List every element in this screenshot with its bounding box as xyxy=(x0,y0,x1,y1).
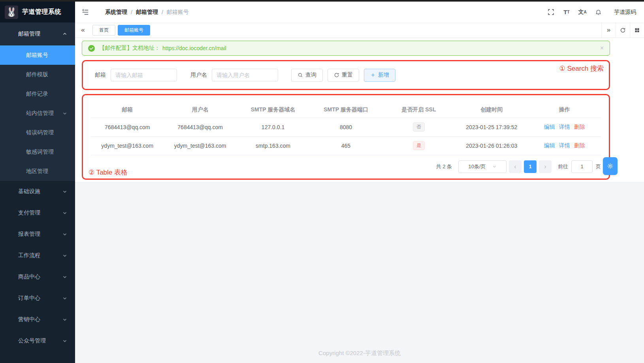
tag-view-bar: « 首页邮箱账号 » xyxy=(75,23,644,38)
chevron-down-icon xyxy=(62,111,67,116)
create-button[interactable]: 新增 xyxy=(364,69,395,82)
goto-label: 前往 xyxy=(558,163,568,170)
table-cell: 7684413@qq.com xyxy=(164,118,236,136)
reset-button[interactable]: 重置 xyxy=(328,69,359,82)
sidebar-group[interactable]: 报表管理 xyxy=(0,224,75,245)
navbar: 系统管理/邮箱管理/邮箱账号 TT 文A 芋道源码 xyxy=(75,2,644,23)
sidebar-item[interactable]: 站内信管理 xyxy=(0,103,75,123)
table-cell: ydym_test@163.com xyxy=(164,136,236,155)
user-menu[interactable]: 芋道源码 xyxy=(614,9,636,16)
sidebar-item-label: 错误码管理 xyxy=(26,129,67,136)
sidebar-group[interactable]: 工作流程 xyxy=(0,245,75,266)
page-1-button[interactable]: 1 xyxy=(524,160,537,173)
sidebar-item[interactable]: 邮箱账号 xyxy=(0,45,75,65)
layout-grid-icon[interactable] xyxy=(630,23,644,38)
table-cell: 2023-01-25 17:39:52 xyxy=(455,118,528,136)
alert-close-icon[interactable]: × xyxy=(600,45,604,51)
table-cell: 8080 xyxy=(309,118,382,136)
table-cell: smtp.163.com xyxy=(237,136,309,155)
username-field-label: 用户名 xyxy=(190,71,207,79)
sidebar-item[interactable]: 邮件记录 xyxy=(0,84,75,103)
edit-link[interactable]: 编辑 xyxy=(544,142,555,149)
sidebar-group[interactable]: 订单中心 xyxy=(0,288,75,309)
chevron-down-icon xyxy=(62,253,67,258)
detail-link[interactable]: 详情 xyxy=(559,142,570,149)
sidebar-item-label: 邮件模版 xyxy=(26,71,67,78)
sidebar-group-label: 基础设施 xyxy=(18,188,62,195)
chevron-down-icon xyxy=(62,232,67,237)
copyright-footer: Copyright ©2022-芋道管理系统 xyxy=(318,350,401,363)
sidebar-item-label: 敏感词管理 xyxy=(26,149,67,156)
navbar-right: TT 文A 芋道源码 xyxy=(543,2,638,23)
alert-doc-link[interactable]: https://doc.iocoder.cn/mail xyxy=(162,45,226,51)
sidebar-groups: 基础设施支付管理报表管理工作流程商品中心订单中心营销中心公众号管理 xyxy=(0,181,75,352)
bell-icon[interactable] xyxy=(590,2,606,23)
logo-area[interactable]: 🐰 芋道管理系统 xyxy=(0,2,75,23)
table-column-header: 是否开启 SSL xyxy=(382,102,455,118)
sidebar-item[interactable]: 地区管理 xyxy=(0,162,75,181)
table-cell: 465 xyxy=(309,136,382,155)
font-size-icon[interactable]: TT xyxy=(559,2,574,23)
sidebar-group[interactable]: 营销中心 xyxy=(0,309,75,330)
sidebar-group[interactable]: 支付管理 xyxy=(0,202,75,224)
next-page-button[interactable]: › xyxy=(539,160,552,173)
page-content: 【邮件配置】文档地址： https://doc.iocoder.cn/mail … xyxy=(75,38,644,182)
delete-link[interactable]: 删除 xyxy=(574,142,585,149)
breadcrumb: 系统管理/邮箱管理/邮箱账号 xyxy=(105,9,189,16)
sidebar-item-label: 邮箱账号 xyxy=(26,52,67,59)
breadcrumb-item: 邮箱账号 xyxy=(167,9,189,16)
prev-page-button[interactable]: ‹ xyxy=(509,160,522,173)
sidebar-group-label: 营销中心 xyxy=(18,316,62,323)
success-check-icon xyxy=(88,45,95,52)
breadcrumb-item[interactable]: 系统管理 xyxy=(105,9,127,16)
edit-link[interactable]: 编辑 xyxy=(544,124,555,130)
plus-icon xyxy=(370,72,376,78)
chevron-down-icon xyxy=(62,189,67,194)
ssl-tag: 是 xyxy=(413,141,425,150)
goto-unit: 页 xyxy=(596,163,601,170)
query-button[interactable]: 查询 xyxy=(291,69,323,82)
pagination-total: 共 2 条 xyxy=(436,163,452,170)
sidebar-collapse-icon[interactable] xyxy=(81,8,89,16)
breadcrumb-item[interactable]: 邮箱管理 xyxy=(136,9,158,16)
table-cell-ssl: 否 xyxy=(382,118,455,136)
tabs-scroll-left-icon[interactable]: « xyxy=(75,23,91,38)
sidebar-group-label: 公众号管理 xyxy=(18,337,62,344)
breadcrumb-separator: / xyxy=(162,9,163,15)
pagination-goto: 前往 页 xyxy=(558,160,601,173)
sidebar-group[interactable]: 商品中心 xyxy=(0,266,75,288)
mail-account-table: 邮箱用户名SMTP 服务器域名SMTP 服务器端口是否开启 SSL创建时间操作 … xyxy=(91,102,601,155)
sidebar-group-mail[interactable]: 邮箱管理 xyxy=(0,23,75,45)
sidebar-group[interactable]: 基础设施 xyxy=(0,181,75,202)
table-column-header: SMTP 服务器域名 xyxy=(237,102,309,118)
open-tabs: 首页邮箱账号 xyxy=(91,23,601,38)
sidebar-group[interactable]: 公众号管理 xyxy=(0,330,75,352)
sidebar-item[interactable]: 邮件模版 xyxy=(0,65,75,84)
fullscreen-icon[interactable] xyxy=(543,2,559,23)
refresh-page-icon[interactable] xyxy=(616,23,630,38)
delete-link[interactable]: 删除 xyxy=(574,124,585,130)
detail-link[interactable]: 详情 xyxy=(559,124,570,130)
page-size-select[interactable]: 10条/页 xyxy=(458,160,507,173)
mail-field-label: 邮箱 xyxy=(95,71,106,79)
table-cell: 127.0.0.1 xyxy=(237,118,309,136)
sidebar-group-label: 订单中心 xyxy=(18,295,62,302)
username-input[interactable] xyxy=(212,69,278,81)
chevron-down-icon xyxy=(62,211,67,215)
sidebar-item[interactable]: 错误码管理 xyxy=(0,123,75,142)
tab-active[interactable]: 邮箱账号 xyxy=(118,25,150,36)
page-background: Copyright ©2022-芋道管理系统 xyxy=(75,182,644,363)
table-header-row: 邮箱用户名SMTP 服务器域名SMTP 服务器端口是否开启 SSL创建时间操作 xyxy=(91,102,601,118)
tabs-scroll-right-icon[interactable]: » xyxy=(601,23,616,38)
language-icon[interactable]: 文A xyxy=(574,2,590,23)
tab-item[interactable]: 首页 xyxy=(92,25,115,36)
pagination: 共 2 条 10条/页 ‹ 1 › 前往 页 xyxy=(91,160,601,173)
goto-page-input[interactable] xyxy=(571,160,593,173)
sidebar-item-label: 邮件记录 xyxy=(26,90,67,98)
table-cell: 7684413@qq.com xyxy=(91,118,164,136)
sidebar-group-label: 工作流程 xyxy=(18,252,62,259)
sidebar-item[interactable]: 敏感词管理 xyxy=(0,142,75,162)
theme-settings-button[interactable] xyxy=(603,157,618,175)
mail-input[interactable] xyxy=(111,69,177,81)
table-column-header: 操作 xyxy=(528,102,601,118)
